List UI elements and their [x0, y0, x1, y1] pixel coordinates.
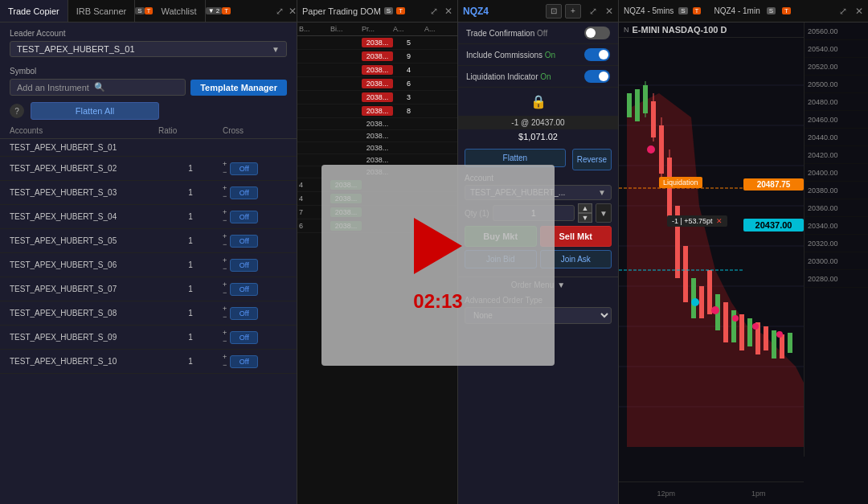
svg-point-42 — [732, 315, 739, 322]
plus-btn-6[interactable]: + — [223, 257, 227, 264]
off-btn-8[interactable]: Off — [230, 307, 258, 320]
tab-trade-copier[interactable]: Trade Copier — [0, 0, 68, 22]
position-box: -1 | +53.75pt ✕ — [667, 215, 727, 227]
liquidation-tag: Liquidation — [659, 177, 702, 188]
price-tick: 20480.00 — [805, 93, 868, 111]
plus-btn-4[interactable]: + — [223, 209, 227, 216]
dom-expand-icon[interactable]: ⤢ — [589, 6, 597, 17]
liquidation-indicator-toggle[interactable] — [584, 70, 610, 83]
price-row: 2038... — [297, 142, 457, 154]
price-row: 2038...9 — [297, 50, 457, 64]
off-btn-10[interactable]: Off — [230, 355, 258, 368]
row-name-10: TEST_APEX_HUBERT_S_10 — [10, 357, 158, 366]
num-badge-t2: T — [222, 7, 231, 14]
video-overlay[interactable]: 02:13 — [321, 165, 555, 366]
plus-minus-2: + − — [223, 161, 227, 176]
svg-rect-11 — [627, 93, 632, 117]
dom-icon-btn-1[interactable]: ⊡ — [546, 4, 562, 18]
table-row: TEST_APEX_HUBERT_S_08 1 + − Off — [0, 301, 297, 326]
tabs-bar: Trade Copier IRB Scanner S T Watchlist ▼… — [0, 0, 297, 23]
minus-btn-5[interactable]: − — [223, 241, 227, 248]
row-cross-6: + − Off — [223, 257, 287, 272]
left-panel: Trade Copier IRB Scanner S T Watchlist ▼… — [0, 0, 297, 504]
tab-irb-scanner[interactable]: IRB Scanner — [68, 0, 135, 22]
badge-t: T — [145, 7, 154, 14]
table-row: TEST_APEX_HUBERT_S_03 1 + − Off — [0, 181, 297, 205]
leader-account-text: TEST_APEX_HUBERT_S_01 — [17, 44, 135, 54]
minus-btn-9[interactable]: − — [223, 338, 227, 345]
instrument-input[interactable]: Add an Instrument 🔍 — [10, 79, 186, 96]
play-button[interactable] — [414, 218, 462, 274]
chart-close-icon[interactable]: ✕ — [855, 6, 863, 17]
expand-icon[interactable]: ⤢ — [276, 6, 284, 17]
pnl-value: $1,071.02 — [518, 132, 558, 141]
chart-badge-t: T — [693, 7, 702, 14]
svg-rect-28 — [731, 310, 736, 342]
plus-btn-5[interactable]: + — [223, 233, 227, 240]
plus-btn-9[interactable]: + — [223, 330, 227, 337]
off-btn-4[interactable]: Off — [230, 211, 258, 223]
position-close-icon[interactable]: ✕ — [716, 217, 723, 225]
trade-confirmation-toggle[interactable] — [584, 27, 610, 39]
chart-tab-1[interactable]: NQZ4 - 5mins — [624, 6, 674, 15]
table-row: TEST_APEX_HUBERT_S_10 1 + − Off — [0, 350, 297, 374]
row-ratio-8: 1 — [158, 309, 223, 318]
minus-btn-6[interactable]: − — [223, 265, 227, 272]
middle-title: Paper Trading DOM — [302, 6, 381, 16]
price-tick: 20460.00 — [805, 111, 868, 129]
chart-tab-2[interactable]: NQZ4 - 1min — [714, 6, 760, 15]
tab-watchlist[interactable]: Watchlist — [153, 0, 205, 22]
close-icon[interactable]: ✕ — [289, 6, 297, 17]
svg-point-41 — [711, 306, 719, 314]
plus-btn-3[interactable]: + — [223, 185, 227, 192]
price-row: 2038...3 — [297, 91, 457, 104]
off-btn-5[interactable]: Off — [230, 235, 258, 248]
flatten-all-button[interactable]: Flatten All — [31, 102, 159, 120]
lock-icon: 🔒 — [530, 94, 547, 109]
qty-control: ▲ ▼ — [578, 203, 592, 223]
current-price-box: 20437.00 — [743, 219, 804, 232]
qty-decrement[interactable]: ▼ — [578, 213, 592, 223]
price-tick: 20380.00 — [805, 182, 868, 199]
svg-point-38 — [647, 145, 655, 154]
chart-title: E-MINI NASDAQ-100 D — [633, 25, 727, 35]
include-commissions-toggle[interactable] — [584, 48, 610, 61]
minus-btn-3[interactable]: − — [223, 193, 227, 200]
dom-icon-btn-2[interactable]: + — [565, 4, 581, 18]
leader-account-select[interactable]: TEST_APEX_HUBERT_S_01 ▼ — [10, 41, 287, 57]
row-cross-10: + − Off — [223, 354, 287, 369]
minus-btn-7[interactable]: − — [223, 289, 227, 297]
chart-badge-s: S — [678, 7, 687, 14]
chart-expand-icon[interactable]: ⤢ — [839, 6, 847, 17]
off-btn-3[interactable]: Off — [230, 186, 258, 199]
col-b: B... — [299, 25, 330, 33]
plus-minus-9: + − — [223, 330, 227, 345]
qty-extra-btn[interactable]: ▼ — [596, 203, 612, 223]
price-at-text: -1 @ 20437.00 — [511, 118, 564, 127]
plus-btn-2[interactable]: + — [223, 161, 227, 168]
off-btn-9[interactable]: Off — [230, 331, 258, 344]
plus-btn-8[interactable]: + — [223, 305, 227, 313]
current-price-value: 20437.00 — [755, 220, 792, 230]
qty-increment[interactable]: ▲ — [578, 203, 592, 213]
dom-close-icon[interactable]: ✕ — [605, 6, 613, 17]
middle-expand-icon[interactable]: ⤢ — [430, 6, 438, 17]
off-btn-6[interactable]: Off — [230, 259, 258, 272]
reverse-button[interactable]: Reverse — [572, 149, 612, 170]
off-btn-7[interactable]: Off — [230, 283, 258, 296]
help-icon[interactable]: ? — [10, 104, 24, 118]
row-cross-8: + − Off — [223, 305, 287, 321]
minus-btn-4[interactable]: − — [223, 217, 227, 224]
plus-minus-7: + − — [223, 281, 227, 297]
minus-btn-2[interactable]: − — [223, 169, 227, 176]
off-btn-2[interactable]: Off — [230, 162, 258, 175]
template-manager-button[interactable]: Template Manager — [190, 80, 287, 96]
row-ratio-3: 1 — [158, 188, 223, 197]
middle-close-icon[interactable]: ✕ — [444, 6, 452, 17]
plus-btn-7[interactable]: + — [223, 281, 227, 289]
plus-btn-10[interactable]: + — [223, 354, 227, 361]
table-row: TEST_APEX_HUBERT_S_02 1 + − Off — [0, 157, 297, 181]
table-row: TEST_APEX_HUBERT_S_07 1 + − Off — [0, 277, 297, 301]
minus-btn-10[interactable]: − — [223, 362, 227, 369]
minus-btn-8[interactable]: − — [223, 313, 227, 321]
